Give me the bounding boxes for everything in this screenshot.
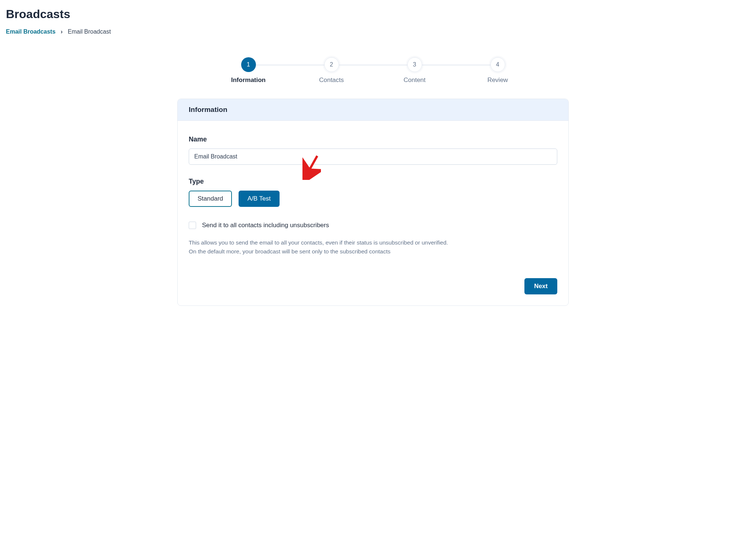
step-content[interactable]: 3 Content — [373, 57, 456, 84]
name-input[interactable] — [189, 148, 557, 165]
include-unsubscribers-label: Send it to all contacts including unsubs… — [202, 222, 329, 229]
breadcrumb: Email Broadcasts › Email Broadcast — [6, 28, 740, 35]
step-label: Review — [487, 76, 508, 84]
step-label: Information — [231, 76, 266, 84]
step-label: Content — [404, 76, 426, 84]
type-label: Type — [189, 178, 557, 185]
card-body: Name Type Standard A/B Test Send it to a… — [178, 121, 568, 305]
step-number: 3 — [407, 57, 422, 72]
type-abtest-button[interactable]: A/B Test — [239, 191, 280, 207]
breadcrumb-current: Email Broadcast — [68, 28, 111, 35]
page-title: Broadcasts — [6, 7, 740, 21]
name-label: Name — [189, 136, 557, 143]
card-header: Information — [178, 99, 568, 121]
step-number: 4 — [490, 57, 505, 72]
step-number: 1 — [241, 57, 256, 72]
step-label: Contacts — [319, 76, 344, 84]
next-button[interactable]: Next — [524, 278, 557, 294]
breadcrumb-parent-link[interactable]: Email Broadcasts — [6, 28, 55, 35]
information-card: Information Name Type Standard A/B Test … — [177, 99, 569, 306]
helper-text: This allows you to send the email to all… — [189, 238, 557, 256]
type-standard-button[interactable]: Standard — [189, 191, 232, 207]
helper-line: On the default more, your broadcast will… — [189, 247, 557, 256]
step-review[interactable]: 4 Review — [456, 57, 539, 84]
step-number: 2 — [324, 57, 339, 72]
include-unsubscribers-checkbox[interactable] — [189, 222, 196, 229]
stepper: 1 Information 2 Contacts 3 Content 4 Rev… — [207, 57, 539, 84]
chevron-right-icon: › — [61, 28, 62, 35]
helper-line: This allows you to send the email to all… — [189, 238, 557, 247]
step-contacts[interactable]: 2 Contacts — [290, 57, 373, 84]
step-information[interactable]: 1 Information — [207, 57, 290, 84]
